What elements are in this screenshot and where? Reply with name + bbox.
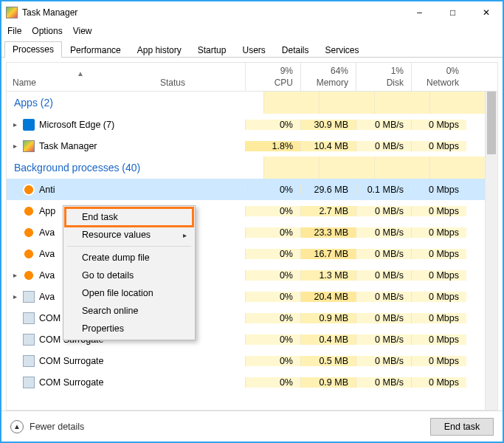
tab-users[interactable]: Users (234, 42, 273, 58)
disk-cell: 0 MB/s (356, 356, 411, 366)
tab-startup[interactable]: Startup (190, 42, 235, 58)
net-cell: 0 Mbps (411, 141, 466, 151)
cpu-label: CPU (249, 78, 293, 88)
process-icon (23, 355, 35, 367)
group-header[interactable]: Apps (2) (7, 92, 485, 114)
sort-indicator-icon: ▲ (13, 69, 148, 78)
fewer-details-toggle[interactable]: ▲ Fewer details (10, 420, 84, 433)
cpu-cell: 0% (245, 249, 300, 259)
expand-icon[interactable]: ▸ (7, 142, 23, 150)
net-label: Network (415, 78, 459, 88)
expand-icon[interactable]: ▸ (7, 271, 23, 279)
process-row[interactable]: COM Surrogate 0% 0.5 MB 0 MB/s 0 Mbps (7, 350, 485, 371)
process-row[interactable]: ▸ Task Manager 1.8% 10.4 MB 0 MB/s 0 Mbp… (7, 135, 485, 157)
cpu-cell: 0% (245, 185, 300, 195)
context-menu-item[interactable]: Create dump file (66, 249, 193, 267)
tab-app-history[interactable]: App history (129, 42, 190, 58)
context-menu-item[interactable]: Open file location (66, 284, 193, 302)
maximize-button[interactable]: □ (436, 1, 469, 24)
process-icon (23, 334, 35, 346)
menu-view[interactable]: View (73, 26, 92, 36)
context-menu-item[interactable]: Go to details (66, 267, 193, 284)
col-header-cpu[interactable]: 9% CPU (245, 63, 300, 91)
menu-item-label: Open file location (82, 288, 153, 298)
tab-performance[interactable]: Performance (62, 42, 129, 58)
col-header-name[interactable]: ▲ Name (7, 63, 154, 91)
disk-cell: 0 MB/s (356, 227, 411, 238)
menu-options[interactable]: Options (32, 26, 62, 36)
net-cell: 0 Mbps (411, 206, 466, 216)
mem-total-pct: 64% (304, 66, 348, 76)
process-name: Ava (39, 249, 55, 259)
expand-icon[interactable]: ▸ (7, 120, 23, 128)
group-label: Background processes (40) (14, 162, 140, 174)
process-icon (23, 184, 35, 196)
col-header-disk[interactable]: 1% Disk (356, 63, 411, 91)
column-header-row: ▲ Name Status 9% CPU 64% Memory 1% Disk … (6, 62, 498, 92)
minimize-button[interactable]: – (403, 1, 436, 24)
net-cell: 0 Mbps (411, 292, 466, 302)
process-row[interactable]: ▸ Microsoft Edge (7) 0% 30.9 MB 0 MB/s 0… (7, 114, 485, 135)
disk-total-pct: 1% (359, 66, 404, 76)
cpu-cell: 0% (245, 120, 300, 130)
menu-item-label: Go to details (82, 270, 134, 281)
context-menu[interactable]: End taskResource values▸Create dump file… (63, 205, 196, 340)
context-menu-item[interactable]: Resource values▸ (66, 226, 193, 244)
col-header-status-label: Status (160, 78, 185, 88)
process-name: Ava (39, 270, 55, 281)
context-menu-item[interactable]: Properties (66, 320, 193, 337)
end-task-button[interactable]: End task (430, 418, 494, 436)
process-icon (23, 269, 35, 281)
process-name: Task Manager (39, 141, 97, 151)
disk-cell: 0 MB/s (356, 270, 411, 281)
col-header-memory[interactable]: 64% Memory (300, 63, 356, 91)
process-icon (23, 291, 35, 303)
process-row[interactable]: COM Surrogate 0% 0.9 MB 0 MB/s 0 Mbps (7, 371, 485, 393)
net-cell: 0 Mbps (411, 227, 466, 238)
disk-cell: 0 MB/s (356, 206, 411, 216)
mem-cell: 0.9 MB (300, 377, 356, 388)
process-icon (23, 248, 35, 260)
process-name: Microsoft Edge (7) (39, 120, 114, 130)
process-icon (23, 227, 35, 238)
process-name: COM Surrogate (39, 356, 104, 366)
menu-separator (67, 246, 191, 247)
mem-cell: 10.4 MB (300, 141, 356, 151)
tab-processes[interactable]: Processes (4, 41, 62, 58)
group-header[interactable]: Background processes (40) (7, 157, 485, 179)
menu-item-label: Search online (82, 306, 138, 316)
close-button[interactable]: ✕ (469, 1, 503, 24)
disk-cell: 0 MB/s (356, 292, 411, 302)
tab-services[interactable]: Services (317, 42, 367, 58)
vertical-scrollbar[interactable] (485, 92, 497, 410)
process-name: Ava (39, 227, 55, 238)
process-icon (23, 140, 35, 152)
process-row[interactable]: Anti 0% 29.6 MB 0.1 MB/s 0 Mbps (7, 179, 485, 200)
disk-cell: 0 MB/s (356, 334, 411, 345)
mem-cell: 1.3 MB (300, 270, 356, 281)
menu-item-label: Create dump file (82, 253, 150, 263)
net-cell: 0 Mbps (411, 313, 466, 323)
process-name: Ava (39, 292, 55, 302)
process-icon (23, 312, 35, 324)
scroll-thumb[interactable] (487, 92, 496, 154)
context-menu-item[interactable]: Search online (66, 302, 193, 320)
mem-cell: 30.9 MB (300, 120, 356, 130)
menu-file[interactable]: File (7, 26, 21, 36)
col-header-name-label: Name (13, 78, 148, 88)
window-title: Task Manager (22, 7, 77, 18)
col-header-status[interactable]: Status (154, 63, 245, 91)
tab-details[interactable]: Details (274, 42, 317, 58)
process-name: Anti (39, 185, 55, 195)
process-name: App (39, 206, 55, 216)
cpu-cell: 0% (245, 227, 300, 238)
disk-cell: 0 MB/s (356, 377, 411, 388)
expand-icon[interactable]: ▸ (7, 292, 23, 301)
menu-item-label: End task (82, 212, 118, 222)
disk-cell: 0 MB/s (356, 120, 411, 130)
context-menu-item[interactable]: End task (66, 208, 193, 226)
net-cell: 0 Mbps (411, 377, 466, 388)
col-header-network[interactable]: 0% Network (411, 63, 466, 91)
app-icon (6, 7, 18, 18)
mem-cell: 2.7 MB (300, 206, 356, 216)
